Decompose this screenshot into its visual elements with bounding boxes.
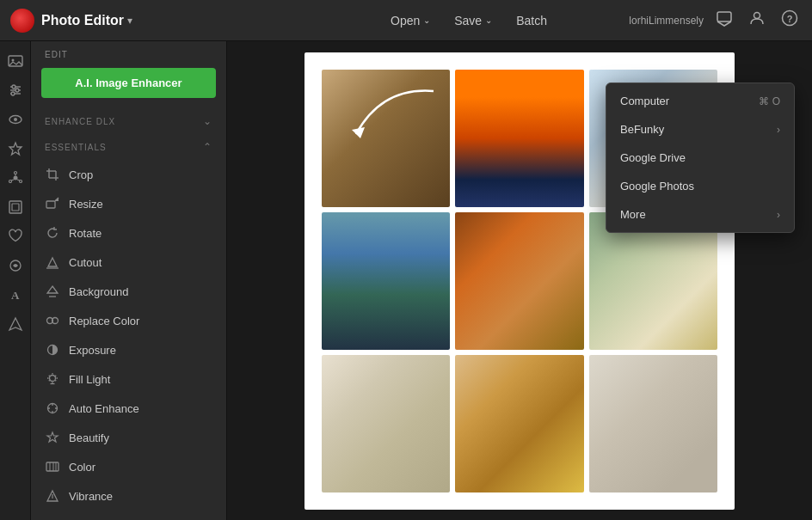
svg-rect-22 (9, 201, 22, 213)
color-label: Color (69, 461, 95, 474)
svg-text:?: ? (787, 14, 793, 24)
app-title-arrow[interactable]: ▾ (127, 15, 132, 27)
save-arrow: ⌄ (485, 15, 492, 25)
open-befunky-label: BeFunky (620, 123, 664, 136)
help-button[interactable]: ? (778, 6, 802, 34)
sidebar-item-rotate[interactable]: Rotate (31, 218, 226, 248)
svg-point-1 (754, 13, 760, 19)
exposure-label: Exposure (69, 344, 116, 357)
resize-label: Resize (69, 198, 103, 211)
open-google-drive-label: Google Drive (620, 151, 686, 164)
svg-rect-0 (717, 12, 731, 21)
batch-button[interactable]: Batch (504, 9, 559, 33)
replace-color-icon (45, 313, 60, 328)
svg-point-39 (50, 376, 56, 382)
auto-enhance-label: Auto Enhance (69, 402, 139, 415)
sidebar-item-crop[interactable]: Crop (31, 160, 226, 189)
frame-icon-btn[interactable] (3, 194, 28, 220)
background-label: Background (69, 285, 128, 298)
hub-icon-btn[interactable] (3, 165, 28, 191)
sidebar-item-replace-color[interactable]: Replace Color (31, 306, 226, 335)
svg-text:A: A (11, 289, 20, 302)
topbar: Photo Editor ▾ Open ⌄ Save ⌄ Batch lorhi… (0, 0, 812, 41)
open-more-label: More (620, 208, 646, 221)
open-google-drive[interactable]: Google Drive (606, 144, 794, 172)
cutout-label: Cutout (69, 256, 102, 269)
fill-light-icon (45, 371, 60, 387)
content-area: Computer ⌘ O BeFunky › Google Drive Goog… (227, 41, 812, 520)
open-button[interactable]: Open ⌄ (378, 9, 442, 33)
profile-button[interactable] (745, 6, 769, 34)
star-icon-btn[interactable] (3, 136, 28, 162)
svg-rect-54 (46, 462, 58, 471)
photo-cell-9[interactable] (589, 355, 717, 492)
fill-light-label: Fill Light (69, 373, 110, 386)
photo-icon-btn[interactable] (3, 48, 28, 74)
svg-rect-23 (12, 204, 19, 211)
effects-icon-btn[interactable] (3, 253, 28, 278)
save-button[interactable]: Save ⌄ (442, 9, 504, 33)
user-name: lorhiLimmensely (629, 15, 704, 27)
open-computer[interactable]: Computer ⌘ O (606, 87, 794, 115)
photo-cell-4[interactable] (322, 212, 450, 350)
essentials-chevron: ⌃ (203, 141, 212, 153)
sidebar-item-resize[interactable]: Resize (31, 189, 226, 218)
crop-label: Crop (69, 168, 93, 181)
edit-label: EDIT (31, 41, 226, 64)
enhance-dlx-section[interactable]: ENHANCE DLX ⌄ (31, 108, 226, 134)
sidebar-item-background[interactable]: Background (31, 277, 226, 306)
svg-marker-34 (47, 286, 58, 293)
sidebar-item-beautify[interactable]: Beautify (31, 423, 226, 452)
color-icon (45, 459, 60, 474)
sidebar-icons: A (0, 41, 31, 520)
svg-line-46 (49, 380, 50, 381)
rotate-label: Rotate (69, 227, 102, 240)
open-google-photos[interactable]: Google Photos (606, 172, 794, 200)
sidebar-item-vibrance[interactable]: Vibrance (31, 481, 226, 511)
draw-icon-btn[interactable] (3, 311, 28, 337)
svg-point-16 (14, 172, 16, 174)
sidebar-item-cutout[interactable]: Cutout (31, 248, 226, 277)
vibrance-label: Vibrance (69, 490, 113, 503)
help-icon: ? (781, 9, 798, 27)
svg-point-15 (13, 176, 17, 180)
open-computer-shortcut: ⌘ O (759, 95, 780, 107)
svg-line-20 (17, 180, 20, 180)
sidebar-item-exposure[interactable]: Exposure (31, 335, 226, 364)
essentials-section[interactable]: ESSENTIALS ⌃ (31, 134, 226, 160)
crop-icon (45, 167, 60, 182)
svg-line-47 (55, 376, 56, 376)
svg-line-44 (49, 376, 50, 376)
heart-icon-btn[interactable] (3, 223, 28, 249)
cutout-icon (45, 254, 60, 270)
message-button[interactable] (712, 6, 736, 34)
sidebar-item-color[interactable]: Color (31, 452, 226, 481)
enhance-dlx-label: ENHANCE DLX (45, 117, 115, 126)
resize-icon (45, 196, 60, 211)
svg-point-10 (15, 89, 19, 92)
svg-point-5 (11, 59, 14, 62)
sidebar-item-fill-light[interactable]: Fill Light (31, 364, 226, 394)
auto-enhance-icon (45, 401, 60, 416)
vibrance-icon (45, 488, 60, 504)
open-computer-label: Computer (620, 95, 669, 107)
open-befunky[interactable]: BeFunky › (606, 115, 794, 144)
sidebar-item-auto-enhance[interactable]: Auto Enhance (31, 394, 226, 423)
svg-rect-31 (46, 201, 55, 208)
photo-cell-7[interactable] (322, 355, 450, 492)
svg-marker-26 (9, 318, 22, 330)
photo-cell-8[interactable] (455, 355, 583, 492)
adjustments-icon-btn[interactable] (3, 77, 28, 103)
photo-cell-1[interactable] (322, 70, 450, 207)
profile-icon (748, 9, 766, 27)
photo-cell-5[interactable] (455, 212, 583, 350)
svg-point-9 (12, 85, 15, 89)
befunky-arrow: › (777, 124, 780, 136)
open-more[interactable]: More › (606, 200, 794, 229)
sidebar-panel: EDIT A.I. Image Enhancer ENHANCE DLX ⌄ E… (31, 41, 227, 520)
text-icon-btn[interactable]: A (3, 282, 28, 308)
background-icon (45, 284, 60, 299)
eye-icon-btn[interactable] (3, 107, 28, 132)
ai-enhancer-button[interactable]: A.I. Image Enhancer (41, 68, 216, 98)
photo-cell-2[interactable] (455, 70, 583, 207)
